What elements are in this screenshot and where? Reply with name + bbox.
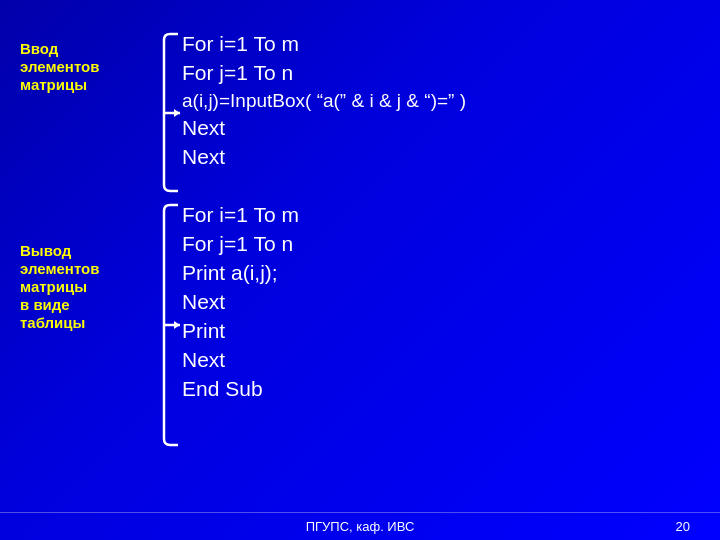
code-line: For j=1 To n — [182, 230, 299, 259]
code-line-next1: Next — [182, 114, 466, 143]
code-line: For j=1 To n — [182, 59, 466, 88]
footer: ПГУПС, каф. ИВС 20 — [0, 512, 720, 540]
code-line-next3: Next — [182, 288, 299, 317]
code-column: For i=1 To m For j=1 To n a(i,j)=InputBo… — [150, 30, 700, 492]
output-label: Выводэлементовматрицыв видетаблицы — [20, 242, 99, 332]
input-label: Вводэлементовматрицы — [20, 40, 99, 94]
svg-marker-3 — [174, 321, 180, 329]
code-line: For i=1 To m — [182, 201, 299, 230]
code-lines-group1: For i=1 To m For j=1 To n a(i,j)=InputBo… — [182, 30, 466, 172]
page-number: 20 — [676, 519, 690, 534]
slide-container: Вводэлементовматрицы Выводэлементовматри… — [0, 0, 720, 540]
code-line-endsub: End Sub — [182, 375, 299, 404]
code-group1: For i=1 To m For j=1 To n a(i,j)=InputBo… — [160, 30, 700, 195]
output-label-block: Выводэлементовматрицыв видетаблицы — [20, 242, 150, 332]
code-line: a(i,j)=InputBox( “a(” & i & j & “)=” ) — [182, 88, 466, 114]
code-line-next4: Next — [182, 346, 299, 375]
code-group2: For i=1 To m For j=1 To n Print a(i,j); … — [160, 201, 700, 449]
footer-text: ПГУПС, каф. ИВС — [306, 519, 415, 534]
input-label-block: Вводэлементовматрицы — [20, 40, 150, 94]
code-line: Print a(i,j); — [182, 259, 299, 288]
main-content: Вводэлементовматрицы Выводэлементовматри… — [0, 0, 720, 512]
code-line-next2: Next — [182, 143, 466, 172]
svg-marker-1 — [174, 109, 180, 117]
bracket1-svg — [160, 30, 182, 195]
code-line: For i=1 To m — [182, 30, 466, 59]
labels-column: Вводэлементовматрицы Выводэлементовматри… — [20, 30, 150, 492]
bracket2-svg — [160, 201, 182, 449]
code-lines-group2: For i=1 To m For j=1 To n Print a(i,j); … — [182, 201, 299, 404]
code-line-print: Print — [182, 317, 299, 346]
